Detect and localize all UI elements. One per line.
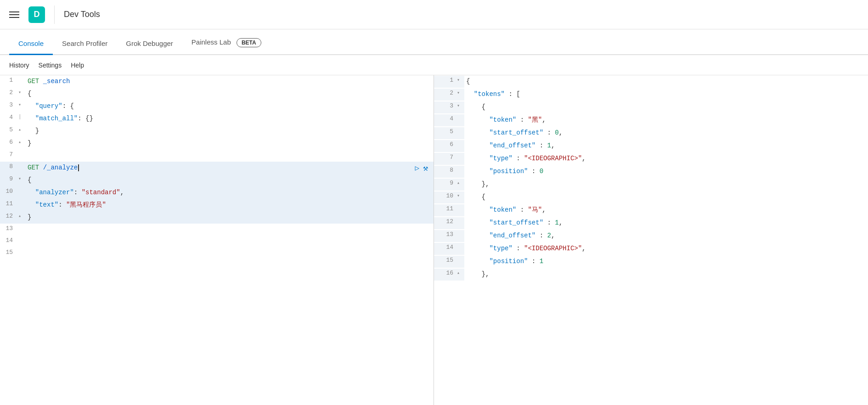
line-number-6: 6 [0, 138, 18, 146]
tab-painless-lab[interactable]: Painless Lab BETA [182, 38, 271, 55]
line-number-13: 13 [0, 224, 18, 232]
settings-button[interactable]: Settings [39, 60, 62, 71]
editor-line-13: 13 [0, 224, 434, 236]
toolbar: History Settings Help [0, 55, 868, 75]
top-bar: D Dev Tools [0, 0, 868, 29]
line-number-10: 10 [0, 187, 18, 195]
output-line-15: 15 "position" : 1 [434, 255, 868, 268]
tab-search-profiler[interactable]: Search Profiler [53, 39, 117, 55]
output-line-9: 9 ▴ }, [434, 178, 868, 191]
output-line-2: 2 ▾ "tokens" : [ [434, 88, 868, 101]
editor-line-12: 12 ▴ } [0, 211, 434, 224]
help-button[interactable]: Help [71, 60, 84, 71]
editor-line-10: 10 "analyzer": "standard", [0, 186, 434, 199]
output-line-14: 14 "type" : "<IDEOGRAPHIC>", [434, 242, 868, 255]
editor-line-8: 8 GET /_analyze ▷ ⚒ [0, 162, 434, 174]
output-line-11: 11 "token" : "马", [434, 204, 868, 217]
app-title: Dev Tools [64, 10, 100, 19]
line-number-8: 8 [0, 162, 18, 170]
output-line-1: 1 ▾ { [434, 75, 868, 88]
editor-line-7: 7 [0, 150, 434, 162]
editor-line-11: 11 "text": "黑马程序员" [0, 199, 434, 211]
output-line-8: 8 "position" : 0 [434, 165, 868, 178]
output-line-5: 5 "start_offset" : 0, [434, 127, 868, 140]
run-icon[interactable]: ▷ [415, 163, 420, 173]
output-line-4: 4 "token" : "黑", [434, 114, 868, 127]
editor-line-6: 6 ▴ } [0, 137, 434, 150]
line-number-14: 14 [0, 236, 18, 244]
code-editor[interactable]: 1 GET _search 2 ▾ { 3 ▾ "query": { 4 │ " [0, 75, 434, 405]
line-number-5: 5 [0, 125, 18, 133]
editor-line-9: 9 ▾ { [0, 174, 434, 186]
line-number-3: 3 [0, 101, 18, 108]
line-number-1: 1 [0, 76, 18, 84]
output-line-7: 7 "type" : "<IDEOGRAPHIC>", [434, 152, 868, 165]
line-8-actions: ▷ ⚒ [415, 162, 434, 173]
editor-line-15: 15 [0, 248, 434, 259]
editor-line-1: 1 GET _search [0, 75, 434, 88]
output-line-13: 13 "end_offset" : 2, [434, 230, 868, 242]
editor-line-14: 14 [0, 236, 434, 248]
editor-line-2: 2 ▾ { [0, 88, 434, 100]
editor-line-3: 3 ▾ "query": { [0, 100, 434, 112]
line-number-4: 4 [0, 113, 18, 121]
output-line-3: 3 ▾ { [434, 101, 868, 114]
line-number-12: 12 [0, 212, 18, 219]
output-panel: 1 ▾ { 2 ▾ "tokens" : [ 3 ▾ { [434, 75, 868, 405]
divider [54, 6, 55, 24]
editor-panel[interactable]: 1 GET _search 2 ▾ { 3 ▾ "query": { 4 │ " [0, 75, 434, 405]
main-content: 1 GET _search 2 ▾ { 3 ▾ "query": { 4 │ " [0, 75, 868, 405]
editor-line-5: 5 ▴ } [0, 125, 434, 137]
hamburger-menu[interactable] [7, 10, 21, 20]
logo-badge: D [28, 6, 45, 23]
line-number-7: 7 [0, 150, 18, 158]
wrench-icon[interactable]: ⚒ [423, 163, 428, 173]
nav-tabs: Console Search Profiler Grok Debugger Pa… [0, 29, 868, 55]
beta-badge: BETA [237, 38, 261, 47]
output-line-10: 10 ▾ { [434, 191, 868, 204]
tab-grok-debugger[interactable]: Grok Debugger [117, 39, 182, 55]
line-number-11: 11 [0, 199, 18, 207]
output-line-12: 12 "start_offset" : 1, [434, 217, 868, 230]
output-line-16: 16 ▴ }, [434, 268, 868, 281]
tab-console[interactable]: Console [9, 39, 53, 55]
output-line-6: 6 "end_offset" : 1, [434, 140, 868, 152]
output-area: 1 ▾ { 2 ▾ "tokens" : [ 3 ▾ { [434, 75, 868, 405]
line-number-9: 9 [0, 174, 18, 182]
editor-line-4: 4 │ "match_all": {} [0, 112, 434, 125]
line-number-15: 15 [0, 248, 18, 256]
history-button[interactable]: History [9, 60, 29, 71]
line-number-2: 2 [0, 88, 18, 96]
